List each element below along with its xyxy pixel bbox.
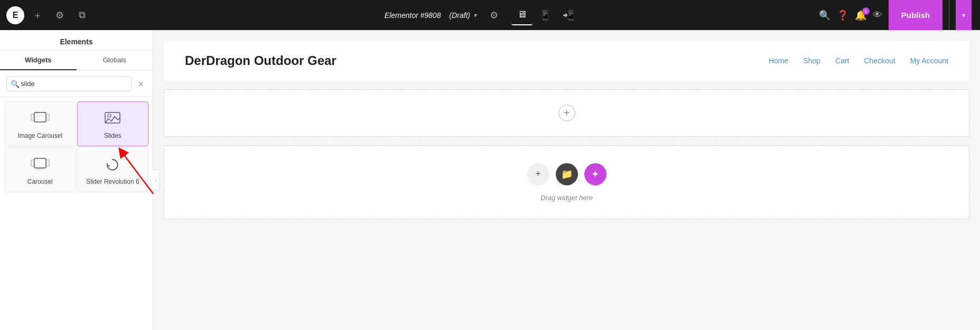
site-header: DerDragon Outdoor Gear Home Shop Cart Ch… [164,41,969,81]
add-element-button[interactable]: ＋ [29,6,46,24]
svg-rect-2 [46,114,49,120]
search-clear-button[interactable]: ✕ [136,80,146,88]
svg-rect-8 [46,160,49,166]
page-settings-button[interactable]: ⚙ [485,6,503,24]
publish-dropdown-button[interactable]: ▾ [956,0,972,30]
widgets-grid: Image Carousel Slides [0,97,153,196]
sidebar-collapse-button[interactable]: ‹ [153,169,160,191]
topbar: E ＋ ⚙ ⧉ Elementor #9808 (Draft) ▾ ⚙ 🖥 📱 [0,0,980,30]
site-title: DerDragon Outdoor Gear [185,53,337,68]
widget-slider-revolution[interactable]: Slider Revolution 6 [77,147,149,192]
desktop-view-button[interactable]: 🖥 [511,5,533,25]
nav-myaccount[interactable]: My Account [910,56,948,65]
svg-rect-0 [34,112,46,122]
magic-button[interactable]: ✦ [584,163,606,185]
image-carousel-icon [31,110,50,128]
slides-icon [103,110,122,128]
canvas-section-1: + [164,89,969,137]
view-toggle-group: 🖥 📱 📲 [511,5,579,25]
widget-slides[interactable]: Slides [77,101,149,146]
svg-rect-7 [31,160,34,166]
canvas: DerDragon Outdoor Gear Home Shop Cart Ch… [153,30,980,330]
tablet-view-button[interactable]: 📱 [535,5,556,25]
sidebar: Elements Widgets Globals 🔍 ✕ [0,30,153,330]
search-icon: 🔍 [11,80,20,88]
widget-carousel-label: Carousel [27,178,53,185]
publish-divider [949,0,949,30]
notification-badge: 1 [862,7,870,15]
sidebar-search-bar: 🔍 ✕ [0,71,153,97]
topbar-right: 🔍 ❓ 🔔 1 👁 Publish ▾ [810,0,980,30]
layers-button[interactable]: ⧉ [73,6,91,24]
nav-cart[interactable]: Cart [835,56,849,65]
site-nav: Home Shop Cart Checkout My Account [769,56,948,65]
svg-rect-6 [34,158,46,168]
slider-revolution-icon [103,156,122,174]
widget-carousel[interactable]: Carousel [4,147,76,192]
widget-image-carousel-label: Image Carousel [17,132,62,139]
nav-home[interactable]: Home [769,56,788,65]
publish-button[interactable]: Publish [889,0,942,30]
widget-image-carousel[interactable]: Image Carousel [4,101,76,146]
page-title[interactable]: Elementor #9808 (Draft) ▾ [385,11,477,20]
widget-slides-label: Slides [104,132,122,139]
mobile-view-button[interactable]: 📲 [558,5,579,25]
tab-globals[interactable]: Globals [77,51,153,70]
svg-point-5 [108,114,111,117]
topbar-left: E ＋ ⚙ ⧉ [0,6,153,24]
search-input[interactable] [6,76,132,91]
sidebar-header: Elements [0,30,153,51]
svg-rect-4 [105,112,120,123]
preview-icon[interactable]: 👁 [873,10,882,21]
widget-slider-revolution-label: Slider Revolution 6 [86,178,139,185]
drop-buttons: + 📁 ✦ [527,163,606,185]
carousel-icon [31,156,50,174]
search-icon[interactable]: 🔍 [819,10,830,21]
elementor-logo[interactable]: E [6,6,24,24]
notifications-icon[interactable]: 🔔 1 [855,10,866,21]
sidebar-tabs: Widgets Globals [0,51,153,71]
add-widget-button[interactable]: + [527,163,549,185]
filters-button[interactable]: ⚙ [51,6,69,24]
nav-checkout[interactable]: Checkout [864,56,895,65]
canvas-section-2: + 📁 ✦ Drag widget here [164,145,969,219]
main-layout: Elements Widgets Globals 🔍 ✕ [0,30,980,330]
nav-shop[interactable]: Shop [803,56,820,65]
svg-rect-1 [31,114,34,120]
tab-widgets[interactable]: Widgets [0,51,77,70]
topbar-center: Elementor #9808 (Draft) ▾ ⚙ 🖥 📱 📲 [153,5,810,25]
add-section-button[interactable]: + [558,105,575,121]
folder-button[interactable]: 📁 [556,163,578,185]
help-icon[interactable]: ❓ [837,10,848,21]
search-wrapper: 🔍 [6,76,132,91]
drop-zone-text: Drag widget here [540,194,593,202]
